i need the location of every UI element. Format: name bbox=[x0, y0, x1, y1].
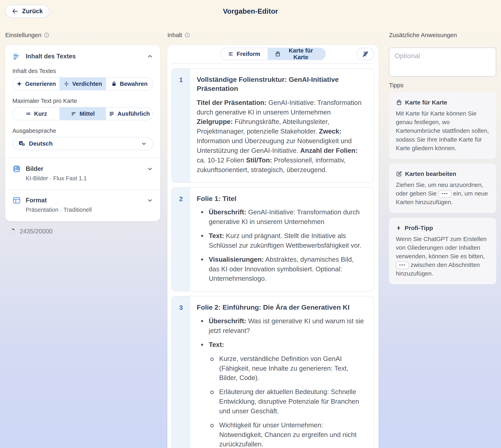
card-icon bbox=[275, 51, 281, 57]
back-button-label: Zurück bbox=[22, 8, 43, 15]
format-section-subtitle: Präsentation · Traditionell bbox=[26, 207, 153, 213]
max-text-control: Kurz Mittel Ausführlich bbox=[13, 107, 153, 120]
card-number-gutter[interactable]: 1 bbox=[172, 69, 190, 182]
images-section-header[interactable]: Bilder KI-Bilder · Flux Fast 1.1 bbox=[13, 158, 153, 182]
outline-card-1: 1 Vollständige Folienstruktur: GenAI-Ini… bbox=[171, 68, 374, 183]
additional-instructions-input[interactable] bbox=[389, 48, 496, 77]
tip-card-karte-fuer-karte: Karte für Karte Mit Karte für Karte könn… bbox=[389, 92, 496, 159]
lines-slash-icon bbox=[362, 50, 369, 58]
card-heading: Folie 2: Einführung: Die Ära der Generat… bbox=[197, 303, 365, 312]
length-kurz-button[interactable]: Kurz bbox=[13, 108, 59, 120]
chevron-down-icon bbox=[141, 141, 147, 147]
toggle-outline-format-button[interactable] bbox=[356, 48, 374, 60]
outline-card-2: 2 Folie 1: Titel Überschrift: GenAI-Init… bbox=[171, 187, 374, 292]
outline-cards: 1 Vollständige Folienstruktur: GenAI-Ini… bbox=[171, 68, 374, 448]
card-break-badge: --- bbox=[438, 190, 451, 198]
card-editable-content[interactable]: Folie 2: Einführung: Die Ära der Generat… bbox=[190, 296, 374, 448]
sparkle-icon bbox=[16, 81, 22, 87]
content-tabbar: Freiform Karte für Karte bbox=[220, 48, 326, 60]
bullet-list: Überschrift: Was ist generative KI und w… bbox=[197, 316, 365, 448]
list-item: Text: bbox=[197, 340, 365, 350]
language-label: Ausgabesprache bbox=[13, 128, 153, 134]
info-icon[interactable] bbox=[184, 32, 190, 38]
instructions-column-label: Zusätzliche Anweisungen bbox=[389, 32, 457, 38]
list-item: Text: Kurz und prägnant. Stellt die Init… bbox=[197, 231, 365, 250]
sub-list-item: Kurze, verständliche Definition von GenA… bbox=[197, 354, 365, 383]
tip-card-karten-bearbeiten: Karten bearbeiten Ziehen Sie, um neu anz… bbox=[389, 164, 496, 213]
char-counter: 2435/20000 bbox=[9, 228, 53, 235]
progress-ring-icon bbox=[9, 228, 16, 235]
outline-card-3: 3 Folie 2: Einführung: Die Ära der Gener… bbox=[171, 296, 374, 448]
tab-karte-fuer-karte[interactable]: Karte für Karte bbox=[267, 48, 325, 60]
section-title: Bilder bbox=[26, 165, 142, 173]
lines-4-icon bbox=[109, 111, 115, 117]
card-number-gutter[interactable]: 2 bbox=[172, 188, 190, 291]
images-section-subtitle: KI-Bilder · Flux Fast 1.1 bbox=[26, 175, 153, 182]
content-card: Freiform Karte für Karte 1 Voll bbox=[167, 45, 379, 448]
tab-freiform[interactable]: Freiform bbox=[221, 48, 267, 60]
max-text-label: Maximaler Text pro Karte bbox=[13, 98, 153, 104]
text-lines-icon bbox=[228, 51, 234, 57]
back-button[interactable]: Zurück bbox=[5, 5, 50, 18]
tip-title: Karten bearbeiten bbox=[405, 170, 456, 177]
content-column-label: Inhalt bbox=[167, 32, 190, 38]
card-number: 3 bbox=[179, 304, 183, 448]
tips-list: Karte für Karte Mit Karte für Karte könn… bbox=[389, 92, 496, 284]
content-mode-label: Inhalt des Textes bbox=[13, 68, 153, 74]
card-number: 1 bbox=[179, 76, 183, 182]
lines-3-icon bbox=[71, 111, 77, 117]
tip-body: Ziehen Sie, um neu anzuordnen, oder gebe… bbox=[396, 180, 489, 207]
card-heading: Folie 1: Titel bbox=[197, 194, 365, 203]
char-counter-value: 2435/20000 bbox=[20, 228, 53, 235]
chevron-down-icon bbox=[147, 197, 153, 203]
tip-card-profi-tipp: Profi-Tipp Wenn Sie ChatGPT zum Erstelle… bbox=[389, 218, 496, 284]
card-break-badge: --- bbox=[396, 261, 409, 269]
settings-card: Inhalt des Textes Inhalt des Textes Gene… bbox=[5, 45, 160, 221]
length-mittel-button[interactable]: Mittel bbox=[59, 108, 106, 120]
card-paragraph: Titel der Präsentation: GenAI-Initiative… bbox=[197, 98, 365, 175]
translate-icon: A bbox=[18, 140, 25, 147]
bullet-list: Überschrift: GenAI-Initiative: Transform… bbox=[197, 207, 365, 283]
chevron-up-icon bbox=[147, 53, 153, 59]
language-select[interactable]: A Deutsch bbox=[13, 137, 153, 150]
layout-icon bbox=[13, 196, 21, 205]
card-editable-content[interactable]: Folie 1: Titel Überschrift: GenAI-Initia… bbox=[190, 188, 374, 291]
content-mode-control: Generieren Verdichten Bewahren bbox=[13, 77, 153, 90]
language-select-value: Deutsch bbox=[29, 140, 53, 147]
tips-label: Tipps bbox=[389, 82, 403, 89]
info-icon[interactable] bbox=[44, 32, 49, 38]
lock-icon bbox=[111, 81, 117, 87]
vorgaben-editor-page: Zurück Vorgaben-Editor Einstellungen Inh… bbox=[0, 0, 501, 448]
card-editable-content[interactable]: Vollständige Folienstruktur: GenAI-Initi… bbox=[190, 69, 374, 182]
text-content-section-header[interactable]: Inhalt des Textes bbox=[13, 52, 153, 61]
mode-generieren-button[interactable]: Generieren bbox=[13, 78, 59, 90]
list-item: Überschrift: GenAI-Initiative: Transform… bbox=[197, 207, 365, 227]
lines-2-icon bbox=[25, 111, 31, 117]
length-ausfuehrlich-button[interactable]: Ausführlich bbox=[106, 108, 152, 120]
card-icon bbox=[396, 99, 402, 106]
card-number-gutter[interactable]: 3 bbox=[172, 296, 190, 448]
section-title: Inhalt des Textes bbox=[26, 53, 142, 60]
arrow-left-icon bbox=[12, 8, 18, 15]
text-lines-icon bbox=[13, 52, 21, 61]
sub-list-item: Wichtigkeit für unser Unternehmen: Notwe… bbox=[197, 420, 365, 448]
tip-title: Profi-Tipp bbox=[405, 224, 433, 231]
compress-icon bbox=[64, 81, 69, 87]
image-icon bbox=[13, 165, 21, 173]
mode-verdichten-button[interactable]: Verdichten bbox=[59, 78, 106, 90]
pencil-square-icon bbox=[396, 171, 402, 177]
section-title: Format bbox=[26, 197, 142, 204]
card-heading: Vollständige Folienstruktur: GenAI-Initi… bbox=[197, 75, 365, 93]
sub-list-item: Erläuterung der aktuellen Bedeutung: Sch… bbox=[197, 387, 365, 416]
divider bbox=[172, 63, 374, 64]
format-section-header[interactable]: Format Präsentation · Traditionell bbox=[13, 190, 153, 213]
tip-body: Wenn Sie ChatGPT zum Erstellen von Glied… bbox=[396, 235, 489, 278]
page-title: Vorgaben-Editor bbox=[223, 7, 278, 15]
settings-column-label: Einstellungen bbox=[5, 32, 49, 38]
chevron-down-icon bbox=[147, 166, 153, 172]
tip-title: Karte für Karte bbox=[405, 99, 447, 106]
mode-bewahren-button[interactable]: Bewahren bbox=[106, 78, 152, 90]
list-item: Visualisierungen: Abstraktes, dynamische… bbox=[197, 255, 365, 284]
list-item: Überschrift: Was ist generative KI und w… bbox=[197, 316, 365, 336]
card-number: 2 bbox=[179, 195, 183, 291]
